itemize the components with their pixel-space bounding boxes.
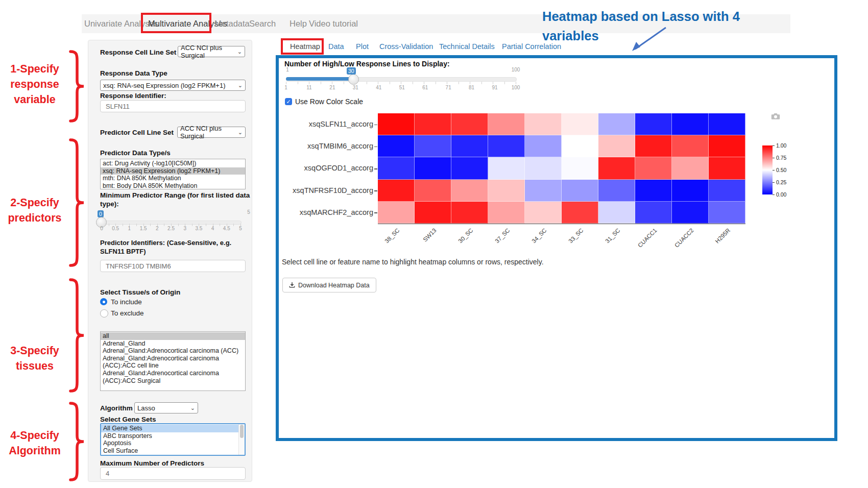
gene-sets-scrollbar[interactable] xyxy=(238,424,245,455)
heatmap-cell xyxy=(635,202,672,224)
list-item[interactable]: Adrenal_Gland:Adrenocortical carcinoma (… xyxy=(101,347,245,355)
tissue-include-radio[interactable] xyxy=(100,298,107,305)
list-item[interactable]: bmt: Body DNA 850K Methylation xyxy=(101,182,245,189)
tab-data[interactable]: Data xyxy=(328,42,344,51)
heatmap-column-label[interactable]: 34_SC xyxy=(531,227,547,244)
list-item[interactable]: all xyxy=(101,332,245,340)
heatmap-colorbar xyxy=(762,145,773,194)
heatmap-cell xyxy=(451,113,488,135)
list-item[interactable]: All Gene Sets xyxy=(101,425,245,432)
tissue-listbox[interactable]: allAdrenal_GlandAdrenal_Gland:Adrenocort… xyxy=(100,331,246,391)
gene-sets-scrollbar-thumb[interactable] xyxy=(240,425,244,438)
row-color-scale-checkbox[interactable]: ✓ xyxy=(285,98,292,105)
gene-sets-listbox[interactable]: All Gene SetsABC transportersApoptosisCe… xyxy=(100,423,246,456)
list-item[interactable]: xsq: RNA-seq Expression (log2 FPKM+1) xyxy=(101,167,245,175)
tab-heatmap[interactable]: Heatmap xyxy=(290,42,320,51)
annotation-brace-4 xyxy=(68,399,87,484)
heatmap-column-label[interactable]: CUACC2 xyxy=(673,227,695,249)
tissue-exclude-radio-label[interactable]: To exclude xyxy=(111,309,144,317)
response-cell-line-set-select[interactable]: ACC NCI plus Surgical ⌄ xyxy=(178,46,245,57)
tab-partial-correlation[interactable]: Partial Correlation xyxy=(502,42,561,51)
colorbar-tick-label: 0.00 xyxy=(776,191,786,198)
heatmap-cell xyxy=(635,157,672,179)
response-identifier-input[interactable]: SLFN11 xyxy=(100,100,246,112)
list-item[interactable]: ABC transporters xyxy=(101,432,245,440)
slider-minor-tick xyxy=(220,224,220,226)
heatmap-column-label[interactable]: 38_SC xyxy=(383,227,400,244)
heatmap-column-label[interactable]: 31_SC xyxy=(604,227,621,244)
chevron-down-icon: ⌄ xyxy=(238,82,243,89)
nav-item-help[interactable]: Help xyxy=(290,19,307,29)
nav-item-metadata[interactable]: Metadata xyxy=(214,19,250,29)
camera-icon[interactable] xyxy=(770,112,781,120)
heatmap-row-label[interactable]: xsqOGFOD1_accorg xyxy=(284,157,373,179)
response-identifier-label: Response Identifier: xyxy=(100,91,166,100)
heatmap-row-label[interactable]: xsqSLFN11_accorg xyxy=(284,113,373,135)
heatmap-cell xyxy=(451,202,488,224)
slider-tick-label: 11 xyxy=(306,85,311,90)
check-icon: ✓ xyxy=(286,99,291,105)
heatmap-column-label[interactable]: CUACC1 xyxy=(637,227,658,249)
annotation-step3-line1: 3-Specify xyxy=(3,343,66,358)
slider-tick-label: 5 xyxy=(239,226,242,231)
annotation-brace-2 xyxy=(68,136,87,270)
max-predictors-label: Maximum Number of Predictors xyxy=(100,459,204,468)
predictor-data-types-listbox[interactable]: act: Drug Activity (-log10[IC50M])xsq: R… xyxy=(100,159,246,189)
nav-item-search[interactable]: Search xyxy=(249,19,276,29)
heatmap-cell xyxy=(488,180,525,202)
heatmap-column-label[interactable]: 37_SC xyxy=(494,227,511,244)
list-item[interactable]: Adrenal_Gland xyxy=(101,340,245,348)
slider-minor-tick xyxy=(150,224,151,226)
predictor-cell-line-set-select[interactable]: ACC NCI plus Surgical ⌄ xyxy=(177,127,246,138)
algorithm-select[interactable]: Lasso ⌄ xyxy=(134,402,198,413)
heatmap-column-label[interactable]: 33_SC xyxy=(567,227,584,244)
tissue-include-radio-label[interactable]: To include xyxy=(111,298,142,306)
list-item[interactable]: Apoptosis xyxy=(101,440,245,447)
slider-minor-tick xyxy=(401,82,401,84)
heatmap-cell xyxy=(415,113,451,135)
download-heatmap-data-button[interactable]: Download Heatmap Data xyxy=(282,278,376,292)
predictor-identifiers-value: TNFRSF10D TMBIM6 xyxy=(106,262,171,270)
list-item[interactable]: Cell Surface xyxy=(101,447,245,455)
slider-minor-tick xyxy=(493,82,493,84)
tissue-exclude-radio[interactable] xyxy=(100,309,108,318)
tab-technical-details[interactable]: Technical Details xyxy=(439,42,495,51)
predictor-identifiers-input[interactable]: TNFRSF10D TMBIM6 xyxy=(100,260,246,272)
tab-cross-validation[interactable]: Cross-Validation xyxy=(379,42,433,51)
response-cell-line-set-value: ACC NCI plus Surgical xyxy=(181,44,235,59)
slider-tick-label: 0 xyxy=(100,226,103,231)
nav-item-video-tutorial[interactable]: Video tutorial xyxy=(309,19,358,29)
response-data-type-select[interactable]: xsq: RNA-seq Expression (log2 FPKM+1) ⌄ xyxy=(100,80,246,91)
list-item[interactable]: act: Drug Activity (-log10[IC50M]) xyxy=(101,160,245,167)
nav-item-univariate-analyses[interactable]: Univariate Analyses xyxy=(84,19,158,29)
heatmap-row-label[interactable]: xsqTMBIM6_accorg xyxy=(284,135,373,157)
heatmap-row-label[interactable]: xsqMARCHF2_accorg xyxy=(284,202,373,224)
heatmap-row-label[interactable]: xsqTNFRSF10D_accorg xyxy=(284,180,373,202)
response-lines-slider-fill xyxy=(286,77,356,81)
list-item[interactable]: Adrenal_Gland:Adrenocortical carcinoma (… xyxy=(101,355,245,370)
download-heatmap-data-label: Download Heatmap Data xyxy=(298,282,370,289)
colorbar-tick-dash xyxy=(773,145,775,146)
slider-tick-label: 1 xyxy=(284,85,287,90)
slider-minor-tick xyxy=(436,82,436,84)
colorbar-tick-label: 0.25 xyxy=(776,179,786,185)
heatmap-column-label[interactable]: H295R xyxy=(714,227,732,245)
heatmap-cell xyxy=(525,113,562,135)
heatmap-cell xyxy=(488,135,525,157)
response-lines-slider-handle[interactable] xyxy=(348,74,359,85)
max-predictors-input[interactable]: 4 xyxy=(100,467,246,480)
tab-plot[interactable]: Plot xyxy=(356,42,369,51)
heatmap-cell xyxy=(562,157,598,179)
algorithm-value: Lasso xyxy=(137,404,155,412)
min-predictor-range-value-badge: 0 xyxy=(98,210,104,217)
heatmap-column-label[interactable]: 30_SC xyxy=(457,227,474,244)
heatmap-cell xyxy=(378,180,415,202)
slider-tick-label: 0.5 xyxy=(112,226,119,231)
list-item[interactable]: Adrenal_Gland:Adrenocortical carcinoma (… xyxy=(101,370,245,384)
heatmap-cell xyxy=(598,135,635,157)
heatmap-column-label[interactable]: SW13 xyxy=(422,227,438,243)
heatmap-cell xyxy=(378,135,415,157)
row-color-scale-checkbox-label[interactable]: Use Row Color Scale xyxy=(295,97,363,106)
download-icon xyxy=(289,282,295,288)
list-item[interactable]: mth: DNA 850K Methylation xyxy=(101,175,245,182)
